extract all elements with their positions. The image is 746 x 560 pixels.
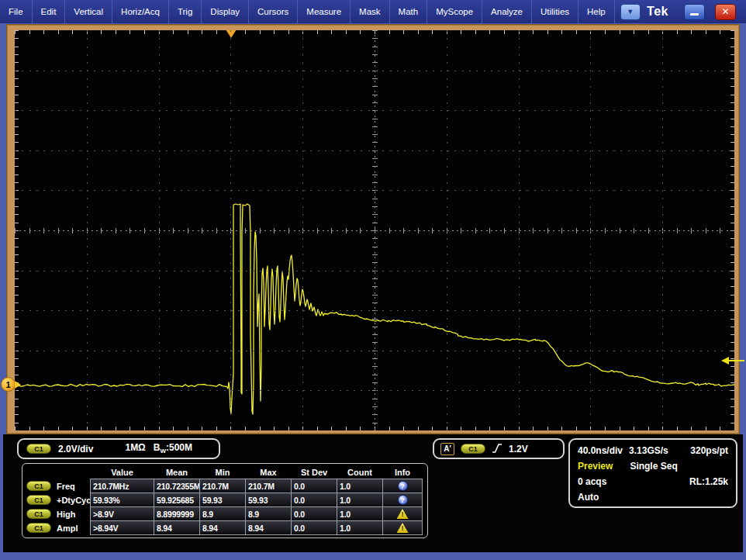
trigger-channel-badge: C1: [461, 444, 485, 454]
menu-item-display[interactable]: Display: [202, 0, 249, 23]
measurement-label: C1+DtyCyc: [22, 493, 90, 507]
bandwidth: BW:500M: [154, 442, 192, 455]
menu-item-analyze[interactable]: Analyze: [482, 0, 532, 23]
measurement-label: C1Ampl: [22, 520, 90, 535]
menu-item-help[interactable]: Help: [578, 0, 615, 23]
measurement-label: C1High: [22, 506, 90, 521]
measurement-cell: 1.0: [337, 479, 383, 493]
column-header-stdev: St Dev: [291, 465, 337, 479]
column-header-count: Count: [337, 465, 383, 479]
warning-icon[interactable]: !: [397, 523, 409, 533]
menu-item-trig[interactable]: Trig: [169, 0, 202, 23]
measurement-cell: >8.94V: [90, 520, 154, 535]
measurement-label: C1Freq: [22, 479, 90, 493]
column-header-min: Min: [199, 465, 246, 479]
grid-vline: [590, 30, 591, 430]
graticule-frame: [6, 24, 740, 434]
grid-hline: [15, 310, 734, 311]
title-bar: FileEditVerticalHoriz/AcqTrigDisplayCurs…: [0, 0, 746, 23]
measurement-row-freq: C1Freq210.7MHz210.72355M210.7M210.7M0.01…: [22, 479, 427, 493]
rising-edge-icon: [492, 443, 503, 455]
measurement-cell: 8.94: [154, 520, 200, 535]
menu-item-measure[interactable]: Measure: [298, 0, 351, 23]
channel-readout[interactable]: C1 2.0V/div 1MΩ BW:500M: [17, 438, 220, 459]
minimize-icon: [690, 13, 699, 16]
trigger-level-arrow-tail: [729, 360, 744, 361]
menu-item-horizacq[interactable]: Horiz/Acq: [112, 0, 169, 23]
menu-item-myscope[interactable]: MyScope: [427, 0, 482, 23]
measurement-cell: 210.7M: [245, 479, 292, 493]
measurement-cell: 0.0: [291, 479, 337, 493]
measurement-cell: 59.93: [199, 493, 246, 507]
grid-vline: [519, 30, 520, 430]
channel-badge: C1: [26, 495, 51, 505]
acquisition-type: Single Seq: [630, 461, 677, 472]
menu-item-vertical[interactable]: Vertical: [65, 0, 112, 23]
channel-badge: C1: [26, 444, 51, 454]
horizontal-scale: 40.0ns/div: [578, 445, 623, 456]
measurement-cell: 1.0: [337, 520, 383, 535]
grid-hline: [15, 351, 734, 351]
measurement-name: +DtyCyc: [57, 496, 91, 505]
measurement-name: Ampl: [57, 524, 78, 533]
measurement-cell: 0.0: [291, 493, 337, 507]
info-question-icon[interactable]: ?: [398, 481, 408, 491]
menu-overflow-button[interactable]: ▼: [620, 4, 641, 20]
preview-status: Preview: [578, 461, 613, 472]
menu-bar: FileEditVerticalHoriz/AcqTrigDisplayCurs…: [0, 0, 615, 23]
measurement-cell: 1.0: [337, 506, 383, 521]
column-header-value: Value: [90, 465, 154, 479]
trigger-readout[interactable]: A' C1 1.2V: [433, 438, 565, 459]
measurement-cell: >8.9V: [90, 506, 154, 521]
measurement-info-cell: ?: [382, 479, 423, 493]
measurement-cell: 8.94: [245, 520, 292, 535]
measurement-row-ampl: C1Ampl>8.94V8.948.948.940.01.0!: [22, 520, 427, 535]
measurement-cell: 0.0: [291, 506, 337, 521]
trigger-level-value: 1.2V: [509, 444, 528, 455]
acquisition-count: 0 acqs: [578, 476, 606, 487]
channel-marker-number: 1: [1, 377, 16, 392]
vertical-scale: 2.0V/div: [58, 444, 93, 455]
trigger-level-arrow-icon: [721, 357, 729, 365]
channel-badge: C1: [26, 509, 51, 519]
menu-item-file[interactable]: File: [0, 0, 33, 23]
channel-badge: C1: [26, 481, 51, 491]
info-question-icon[interactable]: ?: [398, 495, 408, 505]
menu-item-mask[interactable]: Mask: [351, 0, 389, 23]
measurement-row-high: C1High>8.9V8.89999998.98.90.01.0!: [22, 506, 427, 521]
warning-icon[interactable]: !: [397, 509, 409, 519]
menu-item-edit[interactable]: Edit: [33, 0, 66, 23]
menu-item-utilities[interactable]: Utilities: [532, 0, 578, 23]
measurement-cell: 8.9: [199, 506, 246, 521]
trigger-level-arrow[interactable]: [721, 357, 744, 365]
measurement-cell: 59.925685: [154, 493, 200, 507]
graticule: [15, 30, 734, 430]
timebase-readout[interactable]: 40.0ns/div 3.13GS/s 320ps/pt Preview Sin…: [568, 438, 737, 508]
grid-vline: [662, 30, 663, 430]
measurement-cell: 59.93%: [90, 493, 154, 507]
minimize-button[interactable]: [684, 4, 705, 20]
oscilloscope-screen: FileEditVerticalHoriz/AcqTrigDisplayCurs…: [0, 0, 746, 560]
trigger-source-badge: A': [440, 443, 454, 455]
resolution: 320ps/pt: [690, 445, 728, 456]
measurement-name: High: [57, 510, 75, 519]
grid-hline: [15, 230, 734, 231]
column-header-max: Max: [245, 465, 292, 479]
channel-badge: C1: [26, 523, 51, 533]
channel-marker-arrow-icon: [15, 381, 21, 389]
measurement-header-row: ValueMeanMinMaxSt DevCountInfo: [22, 465, 427, 479]
close-button[interactable]: ✕: [715, 4, 736, 20]
measurement-cell: 210.72355M: [154, 479, 200, 493]
channel-marker[interactable]: 1: [1, 377, 21, 392]
measurement-cell: 0.0: [291, 520, 337, 535]
chevron-down-icon: ▼: [627, 8, 634, 16]
measurement-cell: 8.8999999: [154, 506, 200, 521]
menu-item-cursors[interactable]: Cursors: [249, 0, 298, 23]
menu-item-math[interactable]: Math: [390, 0, 428, 23]
measurement-info-cell: !: [382, 520, 423, 535]
measurement-name: Freq: [57, 482, 75, 491]
measurement-info-cell: ?: [382, 493, 423, 507]
measurement-cell: 1.0: [337, 493, 383, 507]
measurement-cell: 8.94: [199, 520, 246, 535]
measurement-table: ValueMeanMinMaxSt DevCountInfoC1Freq210.…: [22, 463, 428, 538]
